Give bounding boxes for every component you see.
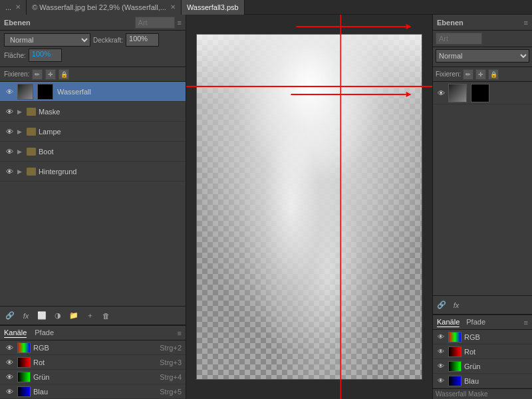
channel-name-rot: Rot [33,358,160,366]
layer-list: 👁 Wasserfall 👁 ▶ Maske 👁 ▶ Lampe � [0,82,186,306]
layer-expand-lampe[interactable]: ▶ [17,128,25,135]
layer-eye-maske[interactable]: 👁 [4,106,15,117]
tab-1-label: ... [5,3,11,11]
right-channel-thumb-rot [448,346,462,357]
layer-eye-wasserfall[interactable]: 👁 [4,86,15,97]
layer-name-wasserfall: Wasserfall [57,88,91,96]
lock-row: Fixieren: ✏ ✛ 🔒 [0,67,186,82]
tab-1[interactable]: ... ✕ [0,0,27,15]
layer-eye-lampe[interactable]: 👁 [4,126,15,137]
layer-item-boot[interactable]: 👁 ▶ Boot [0,142,186,162]
right-channel-blau[interactable]: 👁 Blau [433,374,532,388]
channel-eye-blau[interactable]: 👁 [4,386,15,397]
channel-shortcut-rgb: Strg+2 [160,344,182,352]
right-lock-position-icon[interactable]: ✛ [475,69,486,80]
tab-2[interactable]: © Wasserfall.jpg bei 22,9% (Wasserfall,.… [27,0,182,15]
right-search-input[interactable] [436,33,482,45]
right-channel-rgb[interactable]: 👁 RGB [433,330,532,344]
lock-all-icon[interactable]: 🔒 [59,69,69,80]
group-icon[interactable]: 📁 [68,310,80,322]
waterfall-spray [219,35,399,379]
right-channels-header: Kanäle Pfade ≡ [433,315,532,330]
right-channel-eye-gruen[interactable]: 👁 [436,361,446,372]
right-panel-bottom: 🔗 fx [433,295,532,314]
right-layer-item[interactable]: 👁 [433,82,532,104]
lock-pixel-icon[interactable]: ✏ [32,69,43,80]
channels-tab-pfade[interactable]: Pfade [35,329,54,337]
lock-position-icon[interactable]: ✛ [45,69,56,80]
right-channel-name-rot: Rot [464,348,529,356]
channel-item-rgb[interactable]: 👁 RGB Strg+2 [0,340,186,355]
fx-icon[interactable]: fx [20,310,32,322]
layers-panel-menu-icon[interactable]: ≡ [178,19,182,27]
right-panel-menu-icon[interactable]: ≡ [524,19,528,27]
right-channel-thumb-blau [448,376,462,386]
right-channel-eye-rot[interactable]: 👁 [436,346,446,357]
trash-icon[interactable]: 🗑 [100,310,112,322]
right-channel-eye-rgb[interactable]: 👁 [436,332,446,342]
add-layer-icon[interactable]: ＋ [84,310,96,322]
layers-panel-bottom: 🔗 fx ⬜ ◑ 📁 ＋ 🗑 [0,306,186,325]
channels-menu-icon[interactable]: ≡ [178,329,182,337]
right-fx-icon[interactable]: fx [450,299,462,311]
waterfall-canvas [196,34,422,380]
right-channel-rot[interactable]: 👁 Rot [433,344,532,359]
tab-3[interactable]: Wasserfall3.psb [182,0,245,15]
right-channel-eye-blau[interactable]: 👁 [436,376,446,386]
channel-shortcut-gruen: Strg+4 [160,373,182,381]
right-channel-name-rgb: RGB [464,333,529,341]
link-icon[interactable]: 🔗 [4,310,16,322]
right-channels-menu-icon[interactable]: ≡ [524,319,528,327]
tab-1-close[interactable]: ✕ [15,3,21,11]
channel-name-blau: Blau [33,388,160,396]
right-channel-gruen[interactable]: 👁 Grün [433,359,532,374]
left-panel: Ebenen ≡ Normal Deckkraft: 100% Fläche: … [0,15,186,399]
channel-item-gruen[interactable]: 👁 Grün Strg+4 [0,370,186,384]
fill-value[interactable]: 100% [29,49,62,62]
layer-mode-select[interactable]: Normal [4,33,90,47]
layers-search-input[interactable] [135,17,175,29]
channel-name-rgb: RGB [33,344,160,352]
layer-expand-hintergrund[interactable]: ▶ [17,168,25,175]
layer-item-maske[interactable]: 👁 ▶ Maske [0,102,186,122]
layer-name-lampe: Lampe [39,128,61,136]
layer-expand-maske[interactable]: ▶ [17,108,25,115]
layer-expand-boot[interactable]: ▶ [17,148,25,155]
right-panel-spacer [433,104,532,295]
right-tab-kanale[interactable]: Kanäle [437,318,460,327]
right-layer-thumb-main [448,84,467,102]
tab-2-close[interactable]: ✕ [170,3,176,11]
right-panel: Ebenen ≡ Normal Fixieren: ✏ ✛ 🔒 👁 [432,15,532,399]
channel-shortcut-rot: Strg+3 [160,358,182,366]
layer-name-maske: Maske [39,108,60,116]
channel-eye-rot[interactable]: 👁 [4,357,15,368]
right-channel-thumb-rgb [448,332,462,342]
layers-panel-header: Ebenen ≡ [0,15,186,31]
channels-tab-kanale[interactable]: Kanäle [4,329,27,338]
opacity-value[interactable]: 100% [126,33,159,47]
tab-2-label: © Wasserfall.jpg bei 22,9% (Wasserfall,.… [32,3,166,11]
right-tab-pfade[interactable]: Pfade [466,318,485,327]
channel-eye-rgb[interactable]: 👁 [4,342,15,353]
right-layer-thumb-mask [471,84,489,102]
layer-item-hintergrund[interactable]: 👁 ▶ Hintergrund [0,162,186,182]
mask-icon[interactable]: ⬜ [36,310,48,322]
right-mode-select[interactable]: Normal [436,49,529,63]
right-link-icon[interactable]: 🔗 [436,299,448,311]
folder-icon-lampe [27,128,36,136]
layer-item-wasserfall[interactable]: 👁 Wasserfall [0,82,186,102]
channels-header: Kanäle Pfade ≡ [0,326,186,340]
right-channels-section: Kanäle Pfade ≡ 👁 RGB 👁 Rot 👁 Grün 👁 [433,314,532,399]
layer-controls: Normal Deckkraft: 100% Fläche: 100% [0,31,186,67]
channel-item-rot[interactable]: 👁 Rot Strg+3 [0,355,186,370]
right-lock-all-icon[interactable]: 🔒 [488,69,499,80]
layer-item-lampe[interactable]: 👁 ▶ Lampe [0,122,186,142]
channels-section: Kanäle Pfade ≡ 👁 RGB Strg+2 👁 Rot Strg+3… [0,325,186,399]
channel-item-blau[interactable]: 👁 Blau Strg+5 [0,384,186,399]
layer-eye-boot[interactable]: 👁 [4,146,15,157]
layer-eye-hintergrund[interactable]: 👁 [4,166,15,177]
adjust-icon[interactable]: ◑ [52,310,64,322]
right-layer-eye[interactable]: 👁 [436,88,446,98]
channel-eye-gruen[interactable]: 👁 [4,372,15,382]
right-lock-pixel-icon[interactable]: ✏ [463,69,473,80]
